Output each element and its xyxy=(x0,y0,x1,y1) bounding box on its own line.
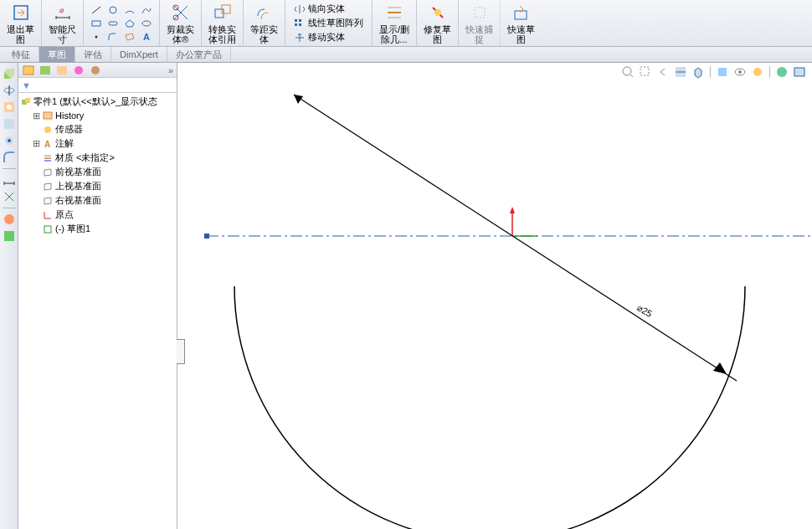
expand-icon[interactable]: ⊞ xyxy=(32,110,40,121)
tab-dimxpert[interactable]: DimXpert xyxy=(111,47,167,62)
tree-root-label: 零件1 (默认<<默认>_显示状态 xyxy=(33,95,157,108)
tree-item[interactable]: (-) 草图1 xyxy=(32,222,175,236)
text-tool-icon[interactable]: A xyxy=(139,31,154,43)
tree-item-label: 上视基准面 xyxy=(55,180,101,193)
panel-handle[interactable] xyxy=(177,339,185,364)
endpoint-handle[interactable] xyxy=(204,234,209,239)
zoom-fit-icon[interactable] xyxy=(620,64,635,80)
arc-tool-icon[interactable] xyxy=(122,4,137,16)
tree-expand-icon[interactable]: » xyxy=(168,65,173,75)
repair-sketch-button[interactable]: 修复草图 xyxy=(422,1,453,46)
cut-icon[interactable] xyxy=(2,100,17,115)
smart-dimension-icon: ⌀ xyxy=(53,3,73,23)
slot-tool-icon[interactable] xyxy=(105,18,121,29)
move-entities-button[interactable]: 移动实体 xyxy=(294,31,363,44)
extrude-icon[interactable] xyxy=(2,66,17,81)
tree-item-label: History xyxy=(55,110,84,121)
svg-rect-16 xyxy=(295,23,297,26)
tree-tab5-icon[interactable] xyxy=(89,64,102,76)
spline-tool-icon[interactable] xyxy=(139,4,154,16)
graphics-area[interactable]: ⌀25 xyxy=(177,63,812,529)
tree-item-label: 材质 <未指定> xyxy=(55,152,115,164)
zoom-area-icon[interactable] xyxy=(638,64,653,80)
tree-item[interactable]: ⊞History xyxy=(32,109,175,122)
tree-tab4-icon[interactable] xyxy=(72,64,85,76)
origin-icon xyxy=(42,209,54,221)
plane-icon xyxy=(42,167,54,178)
display-style-icon[interactable] xyxy=(715,64,730,80)
linear-pattern-button[interactable]: 线性草图阵列 xyxy=(294,17,363,29)
tab-office[interactable]: 办公室产品 xyxy=(167,47,231,62)
show-hide-button[interactable]: 显示/删除几... xyxy=(378,1,411,46)
material-icon xyxy=(42,152,54,164)
exit-sketch-label: 退出草图 xyxy=(7,24,34,44)
sketch-line[interactable] xyxy=(294,95,737,381)
svg-rect-42 xyxy=(25,98,30,103)
fillet-tool-icon[interactable] xyxy=(105,31,121,43)
scene-icon[interactable] xyxy=(2,229,17,244)
svg-line-51 xyxy=(630,74,633,77)
exit-sketch-button[interactable]: 退出草图 xyxy=(5,1,36,46)
tab-evaluate[interactable]: 评估 xyxy=(75,47,111,62)
convert-entities-button[interactable]: 转换实体引用 xyxy=(207,1,238,46)
left-toolbar xyxy=(0,63,18,529)
mirror-icon xyxy=(294,3,306,15)
hide-show-icon[interactable] xyxy=(732,64,748,80)
tree-tab2-icon[interactable] xyxy=(39,64,52,76)
repair-icon xyxy=(428,3,448,23)
edit-appearance-icon[interactable] xyxy=(750,64,765,80)
cut-revolve-icon[interactable] xyxy=(2,116,17,131)
smart-dimension-button[interactable]: ⌀ 智能尺寸 xyxy=(47,1,78,46)
ellipse-tool-icon[interactable] xyxy=(139,18,154,29)
point-tool-icon[interactable] xyxy=(89,31,104,43)
exit-sketch-icon xyxy=(11,3,31,23)
dimension-icon[interactable] xyxy=(2,172,17,187)
svg-rect-14 xyxy=(295,19,297,22)
appearance-icon[interactable] xyxy=(2,212,17,227)
filter-icon[interactable]: ▼ xyxy=(22,80,31,90)
tree-tab3-icon[interactable] xyxy=(55,64,69,76)
view-toolbar xyxy=(620,64,807,80)
sensor-icon xyxy=(42,124,54,136)
tree-item[interactable]: ⊞A注解 xyxy=(32,136,175,151)
svg-point-8 xyxy=(95,35,98,38)
revolve-icon[interactable] xyxy=(2,83,17,98)
tree-item[interactable]: 传感器 xyxy=(32,122,175,136)
view-orientation-icon[interactable] xyxy=(691,64,706,80)
sketch-canvas xyxy=(177,63,812,529)
svg-rect-36 xyxy=(23,66,33,74)
tab-features[interactable]: 特征 xyxy=(3,47,39,62)
sketch-arc[interactable] xyxy=(234,286,745,529)
history-icon xyxy=(42,110,54,121)
tree-item[interactable]: 上视基准面 xyxy=(32,179,175,193)
tab-sketch[interactable]: 草图 xyxy=(39,47,75,62)
relation-icon[interactable] xyxy=(2,189,17,204)
mirror-button[interactable]: 镜向实体 xyxy=(294,3,363,15)
offset-button[interactable]: 等距实体 xyxy=(249,1,280,46)
fillet-feature-icon[interactable] xyxy=(2,150,17,165)
view-settings-icon[interactable] xyxy=(792,64,807,80)
rapid-sketch-button[interactable]: 快速草图 xyxy=(506,1,537,46)
circle-tool-icon[interactable] xyxy=(105,4,121,16)
line-tool-icon[interactable] xyxy=(89,4,104,16)
tree-item[interactable]: 原点 xyxy=(32,208,175,222)
rectangle-tool-icon[interactable] xyxy=(89,18,104,29)
plane-tool-icon[interactable] xyxy=(122,31,137,43)
trim-button[interactable]: 剪裁实体® xyxy=(165,1,196,46)
move-label: 移动实体 xyxy=(308,31,345,44)
dimension-arrow-icon xyxy=(713,362,727,374)
apply-scene-icon[interactable] xyxy=(774,64,789,80)
expand-icon[interactable]: ⊞ xyxy=(32,138,40,149)
tree-tab1-icon[interactable] xyxy=(22,64,35,76)
snap-label: 快速捕捉 xyxy=(465,24,493,44)
tree-item[interactable]: 右视基准面 xyxy=(32,193,175,208)
previous-view-icon[interactable] xyxy=(655,64,671,80)
hole-icon[interactable] xyxy=(2,133,17,148)
polygon-tool-icon[interactable] xyxy=(122,18,137,29)
sketch-tools-grid: A xyxy=(89,4,154,43)
section-view-icon[interactable] xyxy=(673,64,688,80)
tree-item[interactable]: 材质 <未指定> xyxy=(32,151,175,165)
tree-item[interactable]: 前视基准面 xyxy=(32,165,175,179)
tree-root[interactable]: 零件1 (默认<<默认>_显示状态 xyxy=(20,95,175,109)
snap-icon xyxy=(470,3,490,23)
